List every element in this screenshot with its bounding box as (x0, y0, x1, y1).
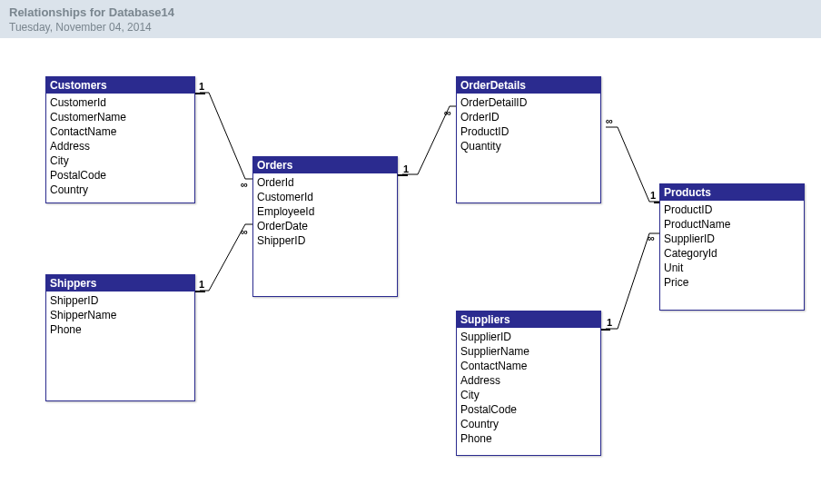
field-list: CustomerId CustomerName ContactName Addr… (46, 94, 194, 201)
field-list: ProductID ProductName SupplierID Categor… (660, 201, 804, 293)
field: SupplierName (460, 344, 597, 359)
field: Address (460, 373, 597, 388)
field: ContactName (50, 124, 191, 139)
field: OrderID (460, 110, 597, 124)
field: PostalCode (460, 402, 597, 417)
field: ContactName (460, 359, 597, 373)
diagram-canvas: 1 ∞ 1 ∞ 1 ∞ ∞ 1 1 ∞ Customers CustomerId… (0, 38, 821, 504)
field-list: OrderId CustomerId EmployeeId OrderDate … (253, 173, 397, 252)
field-list: OrderDetailID OrderID ProductID Quantity (457, 94, 600, 157)
field: ProductName (664, 217, 800, 232)
table-title: Shippers (46, 275, 194, 292)
field: CustomerId (257, 190, 393, 204)
field: Unit (664, 261, 800, 275)
table-title: OrderDetails (457, 77, 600, 94)
field: SupplierID (460, 330, 597, 344)
svg-text:∞: ∞ (444, 107, 451, 118)
field: City (50, 153, 191, 168)
field: Price (664, 275, 800, 290)
table-products[interactable]: Products ProductID ProductName SupplierI… (659, 183, 805, 311)
field: Quantity (460, 139, 597, 153)
field: Phone (460, 431, 597, 446)
field: EmployeeId (257, 204, 393, 219)
svg-text:1: 1 (199, 81, 204, 92)
field: City (460, 388, 597, 402)
field: Country (460, 417, 597, 431)
field: Country (50, 183, 191, 197)
field: Phone (50, 322, 191, 337)
field: CustomerId (50, 95, 191, 110)
svg-text:∞: ∞ (241, 226, 248, 237)
field: ShipperID (50, 293, 191, 308)
field: OrderId (257, 175, 393, 190)
table-orders[interactable]: Orders OrderId CustomerId EmployeeId Ord… (252, 156, 398, 297)
table-title: Orders (253, 157, 397, 173)
svg-text:1: 1 (403, 163, 409, 174)
page-date: Tuesday, November 04, 2014 (9, 21, 812, 34)
field: OrderDate (257, 219, 393, 233)
table-orderdetails[interactable]: OrderDetails OrderDetailID OrderID Produ… (456, 76, 601, 203)
table-suppliers[interactable]: Suppliers SupplierID SupplierName Contac… (456, 311, 601, 456)
field: ShipperName (50, 308, 191, 322)
field: CustomerName (50, 110, 191, 124)
svg-text:1: 1 (607, 317, 612, 328)
field: OrderDetailID (460, 95, 597, 110)
table-title: Customers (46, 77, 194, 94)
field: Address (50, 139, 191, 153)
field: CategoryId (664, 246, 800, 261)
svg-text:1: 1 (650, 190, 656, 201)
table-customers[interactable]: Customers CustomerId CustomerName Contac… (45, 76, 195, 203)
field: PostalCode (50, 168, 191, 183)
table-title: Suppliers (457, 311, 600, 328)
svg-text:∞: ∞ (606, 115, 613, 126)
field: SupplierID (664, 232, 800, 246)
page-title: Relationships for Database14 (9, 5, 812, 19)
field-list: ShipperID ShipperName Phone (46, 292, 194, 341)
table-shippers[interactable]: Shippers ShipperID ShipperName Phone (45, 274, 195, 401)
header-bar: Relationships for Database14 Tuesday, No… (0, 0, 821, 38)
field: ShipperID (257, 233, 393, 248)
svg-text:∞: ∞ (648, 232, 655, 243)
svg-text:∞: ∞ (241, 179, 248, 190)
field: ProductID (664, 203, 800, 217)
field-list: SupplierID SupplierName ContactName Addr… (457, 328, 600, 450)
field: ProductID (460, 124, 597, 139)
svg-text:1: 1 (199, 279, 204, 290)
table-title: Products (660, 184, 804, 201)
